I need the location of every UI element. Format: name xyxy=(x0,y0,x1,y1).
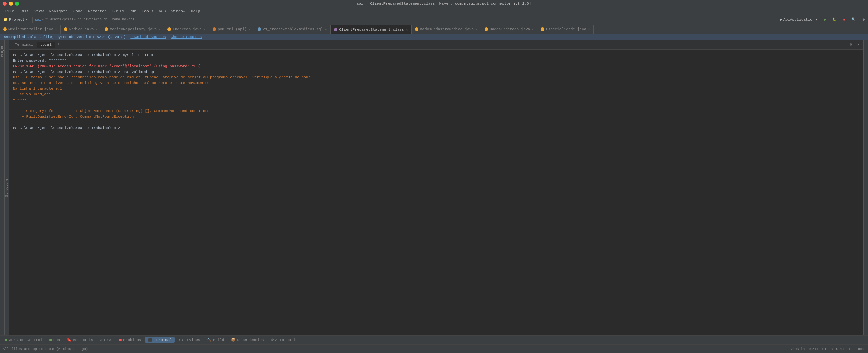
todo-label: TODO xyxy=(103,338,112,342)
cmd-args-1: -u -root -p xyxy=(134,53,160,57)
run-icon: ▶ xyxy=(780,17,782,22)
menu-run[interactable]: Run xyxy=(126,8,139,14)
cmd-mysql: mysql xyxy=(122,53,134,57)
breadcrumb: api ▸ C:\Users\jessi\OneDrive\Área de Tr… xyxy=(35,17,134,22)
bottom-bar: Version Control Run 🔖 Bookmarks ☑ TODO P… xyxy=(0,335,868,344)
tab-todo[interactable]: ☑ TODO xyxy=(97,337,115,343)
terminal-tab[interactable]: Terminal xyxy=(12,42,36,48)
indent-indicator[interactable]: 4 spaces xyxy=(848,347,865,351)
toolbar-separator xyxy=(32,17,33,23)
tab-services[interactable]: ⚡ Services xyxy=(176,337,203,343)
stop-button[interactable]: ■ xyxy=(841,17,848,22)
menu-help[interactable]: Help xyxy=(188,8,203,14)
menu-navigate[interactable]: Navigate xyxy=(46,8,71,14)
menu-tools[interactable]: Tools xyxy=(139,8,156,14)
terminal-right-tools: ⚙ ✕ xyxy=(848,42,861,48)
java-icon xyxy=(64,27,67,31)
tab-sql[interactable]: V1_create-table-medicos.sql ✕ xyxy=(254,25,331,34)
tab-close-icon[interactable]: ✕ xyxy=(588,27,590,31)
tab-dados-cadastro-medico[interactable]: DadosCadastroMedico.java ✕ xyxy=(412,25,481,34)
run-button[interactable]: ▶ xyxy=(822,17,828,22)
tab-close-icon[interactable]: ✕ xyxy=(325,27,327,31)
tab-label: Especialidade.java xyxy=(546,27,586,31)
tab-version-control[interactable]: Version Control xyxy=(2,337,45,343)
terminal-line-4: PS C:\Users\jessi\OneDrive\Área de Traba… xyxy=(13,69,860,75)
java-icon xyxy=(485,27,488,31)
todo-icon: ☑ xyxy=(100,338,102,342)
menu-vcs[interactable]: VCS xyxy=(156,8,169,14)
tab-terminal[interactable]: ⬛ Terminal xyxy=(145,337,175,343)
tab-close-icon[interactable]: ✕ xyxy=(96,27,98,31)
tab-label: ClientPreparedStatement.class xyxy=(339,27,404,32)
tab-pom-xml[interactable]: pom.xml (api) ✕ xyxy=(209,25,254,34)
project-selector[interactable]: 📁 Project ▾ xyxy=(1,17,30,22)
tab-medico-controller[interactable]: MediaController.java ✕ xyxy=(0,25,61,34)
tab-dados-endereco[interactable]: DadosEndereco.java ✕ xyxy=(481,25,537,34)
terminal-label: Terminal xyxy=(154,338,172,342)
menu-view[interactable]: View xyxy=(32,8,46,14)
tab-medico-repository[interactable]: MedicoRepository.java ✕ xyxy=(101,25,164,34)
tab-close-icon[interactable]: ✕ xyxy=(203,27,205,31)
terminal-line-9: + ~~~~ xyxy=(13,97,860,103)
decompiled-notice: Decompiled .class file, bytecode version… xyxy=(0,34,868,40)
tab-close-icon[interactable]: ✕ xyxy=(55,27,57,31)
close-button[interactable] xyxy=(3,2,7,6)
tab-close-icon[interactable]: ✕ xyxy=(406,27,408,32)
line-sep-indicator[interactable]: CRLF xyxy=(836,347,845,351)
tab-close-icon[interactable]: ✕ xyxy=(249,27,251,31)
tab-build[interactable]: 🔨 Build xyxy=(204,337,227,343)
menu-file[interactable]: File xyxy=(2,8,17,14)
download-sources-link[interactable]: Download Sources xyxy=(130,35,166,39)
terminal-output[interactable]: PS C:\Users\jessi\OneDrive\Área de Traba… xyxy=(9,50,863,335)
local-tab[interactable]: Local xyxy=(37,42,55,48)
menu-edit[interactable]: Edit xyxy=(17,8,32,14)
status-message: All files are up-to-date (5 minutes ago) xyxy=(3,347,88,351)
main-layout: Project Structure Terminal Local + ⚙ ✕ P… xyxy=(0,40,868,335)
add-terminal-button[interactable]: + xyxy=(56,42,62,48)
tab-close-icon[interactable]: ✕ xyxy=(475,27,477,31)
run-config-selector[interactable]: ▶ ApiApplication ▾ xyxy=(778,17,820,22)
menu-code[interactable]: Code xyxy=(71,8,85,14)
position-indicator[interactable]: 105:1 xyxy=(808,347,819,351)
terminal-line-10: + CategoryInfo : ObjectNotFound: (use:St… xyxy=(13,108,860,114)
tab-dependencies[interactable]: 📦 Dependencies xyxy=(228,337,267,343)
close-terminal-icon[interactable]: ✕ xyxy=(855,42,861,48)
terminal-line-12: PS C:\Users\jessi\OneDrive\Área de Traba… xyxy=(13,125,860,131)
minimize-button[interactable] xyxy=(9,2,13,6)
terminal-line-7: Na linha:1 caractere:1 xyxy=(13,86,860,92)
chevron-down-icon: ▾ xyxy=(26,17,28,22)
structure-label[interactable]: Structure xyxy=(5,179,9,197)
auto-build-label: Auto-build xyxy=(275,338,298,342)
breadcrumb-api[interactable]: api xyxy=(35,18,41,22)
maximize-button[interactable] xyxy=(15,2,19,6)
tab-problems[interactable]: Problems xyxy=(116,337,144,343)
debug-button[interactable]: 🐛 xyxy=(830,17,839,22)
tab-medico[interactable]: Medico.java ✕ xyxy=(61,25,101,34)
settings-button[interactable]: ⚙ xyxy=(860,17,867,22)
tab-client-prepared-statement[interactable]: ClientPreparedStatement.class ✕ xyxy=(331,25,411,34)
tab-especialidade[interactable]: Especialidade.java ✕ xyxy=(537,25,594,34)
choose-sources-link[interactable]: Choose Sources xyxy=(171,35,202,39)
encoding-indicator[interactable]: UTF-8 xyxy=(822,347,833,351)
sidebar-project-tab[interactable]: Project xyxy=(0,41,5,58)
config-chevron-icon: ▾ xyxy=(816,17,818,22)
title-bar: api - ClientPreparedStatement.class [Mav… xyxy=(0,0,868,7)
tab-close-icon[interactable]: ✕ xyxy=(158,27,160,31)
settings-icon[interactable]: ⚙ xyxy=(848,42,854,48)
git-branch[interactable]: ⎇ main xyxy=(790,347,805,351)
tab-label: DadosCadastroMedico.java xyxy=(420,27,474,31)
menu-refactor[interactable]: Refactor xyxy=(85,8,110,14)
menu-window[interactable]: Window xyxy=(169,8,188,14)
breadcrumb-sep1: ▸ xyxy=(42,17,44,22)
search-everywhere-button[interactable]: 🔍 xyxy=(849,17,858,22)
tab-close-icon[interactable]: ✕ xyxy=(532,27,534,31)
build-label: Build xyxy=(213,338,224,342)
right-sidebar xyxy=(863,40,868,335)
build-icon: 🔨 xyxy=(207,338,212,342)
tab-endereco[interactable]: Endereco.java ✕ xyxy=(164,25,209,34)
tab-auto-build[interactable]: ⟳ Auto-build xyxy=(268,337,300,343)
tab-bookmarks[interactable]: 🔖 Bookmarks xyxy=(64,337,96,343)
window-controls xyxy=(3,2,19,6)
tab-run[interactable]: Run xyxy=(46,337,63,343)
menu-build[interactable]: Build xyxy=(110,8,127,14)
